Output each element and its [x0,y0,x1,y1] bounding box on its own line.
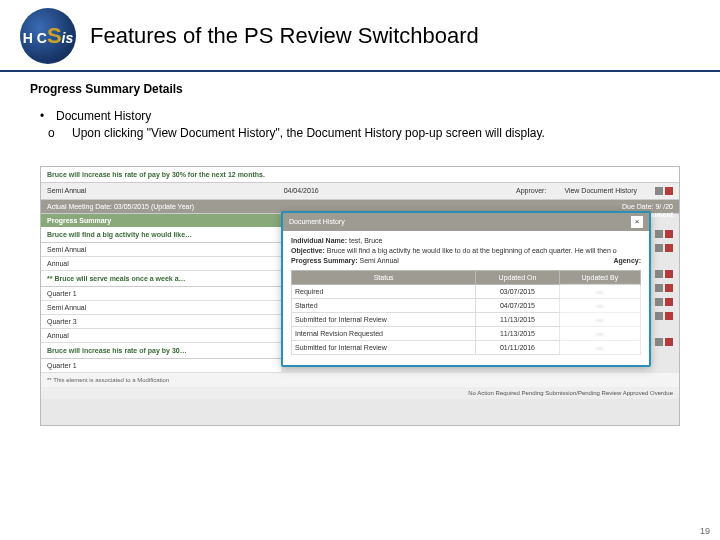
cell-date: 01/11/2016 [476,340,559,354]
bg-obj-row: Bruce will increase his rate of pay by 3… [41,343,281,359]
bullet-level-1: •Document History [30,108,690,125]
bullet-main-text: Document History [56,109,151,123]
agency-label: Agency: [613,257,641,264]
action-icons [655,187,673,195]
type-row: Semi Annual [41,243,281,257]
type-row: Semi Annual [41,301,281,315]
obj-label: ** Bruce will serve meals once a week a… [47,275,186,282]
meeting-date: Actual Meeting Date: 03/05/2015 (Update … [47,203,194,210]
ps-label: Progress Summary: [291,257,358,264]
page-header: H CSis Features of the PS Review Switchb… [0,0,720,72]
table-row: Submitted for Internal Review01/11/2016— [292,340,641,354]
table-row: Started04/07/2015— [292,298,641,312]
th-status: Status [292,270,476,284]
obj-label: Bruce will find a big activity he would … [47,231,192,238]
bullet-list: •Document History oUpon clicking "View D… [30,108,690,142]
close-icon[interactable]: × [631,216,643,228]
cell-date: 11/13/2015 [476,326,559,340]
popup-name-line: Individual Name: test, Bruce [291,237,641,244]
bg-obj-row: Bruce will find a big activity he would … [41,227,281,243]
cell-status: Submitted for Internal Review [292,340,476,354]
objective-label: Objective: [291,247,325,254]
th-updated-on: Updated On [476,270,559,284]
approver-label: Approver: [516,187,546,194]
review-type: Semi Annual [47,187,86,194]
cell-by: — [559,340,640,354]
table-row: Required03/07/2015— [292,284,641,298]
legend-row: No Action Required Pending Submission/Pe… [41,387,679,399]
goal-label: Bruce will increase his rate of pay by 3… [47,171,265,178]
popup-obj-line: Objective: Bruce will find a big activit… [291,247,641,254]
due-date: Due Date: 9/ /20 [622,203,673,210]
content-area: Progress Summary Details •Document Histo… [0,72,720,426]
cell-date: 04/07/2015 [476,298,559,312]
objective-value: Bruce will find a big activity he would … [327,247,617,254]
obj-label: Bruce will increase his rate of pay by 3… [47,347,187,354]
popup-title: Document History [289,218,345,225]
hcsis-logo: H CSis [20,8,76,64]
name-label: Individual Name: [291,237,347,244]
page-title: Features of the PS Review Switchboard [90,23,479,49]
view-history-link[interactable]: View Document History [564,187,637,194]
cell-by: — [559,298,640,312]
footnote: ** This element is associated to a Modif… [41,373,679,387]
bg-goal-row: Bruce will increase his rate of pay by 3… [41,167,679,183]
name-value: test, Bruce [349,237,382,244]
cell-by: — [559,284,640,298]
document-history-popup: Document History × Individual Name: test… [281,211,651,367]
cell-status: Submitted for Internal Review [292,312,476,326]
embedded-screenshot: Bruce will increase his rate of pay by 3… [40,166,680,426]
cell-status: Started [292,298,476,312]
type-row: Annual [41,257,281,271]
ps-value: Semi Annual [359,257,398,264]
popup-header: Document History × [283,213,649,231]
cell-date: 11/13/2015 [476,312,559,326]
cell-by: — [559,326,640,340]
cell-status: Internal Revision Requested [292,326,476,340]
bg-goal-detail-row: Semi Annual 04/04/2016 Approver: View Do… [41,183,679,200]
page-number: 19 [700,526,710,536]
table-row: Internal Revision Requested11/13/2015— [292,326,641,340]
logo-text: H CSis [23,23,74,49]
progress-summary-header: Progress Summary [41,214,281,227]
type-row: Annual [41,329,281,343]
cell-date: 03/07/2015 [476,284,559,298]
section-subtitle: Progress Summary Details [30,82,690,96]
review-date: 04/04/2016 [284,187,319,194]
bullet-level-2: oUpon clicking "View Document History", … [30,125,690,142]
table-row: Submitted for Internal Review11/13/2015— [292,312,641,326]
history-table: Status Updated On Updated By Required03/… [291,270,641,355]
th-updated-by: Updated By [559,270,640,284]
type-row: Quarter 1 [41,359,281,373]
type-row: Quarter 3 [41,315,281,329]
bullet-sub-text: Upon clicking "View Document History", t… [72,126,545,140]
cell-by: — [559,312,640,326]
cell-status: Required [292,284,476,298]
bg-obj-row: ** Bruce will serve meals once a week a… [41,271,281,287]
type-row: Quarter 1 [41,287,281,301]
popup-ps-line: Progress Summary: Semi Annual Agency: [291,257,641,264]
